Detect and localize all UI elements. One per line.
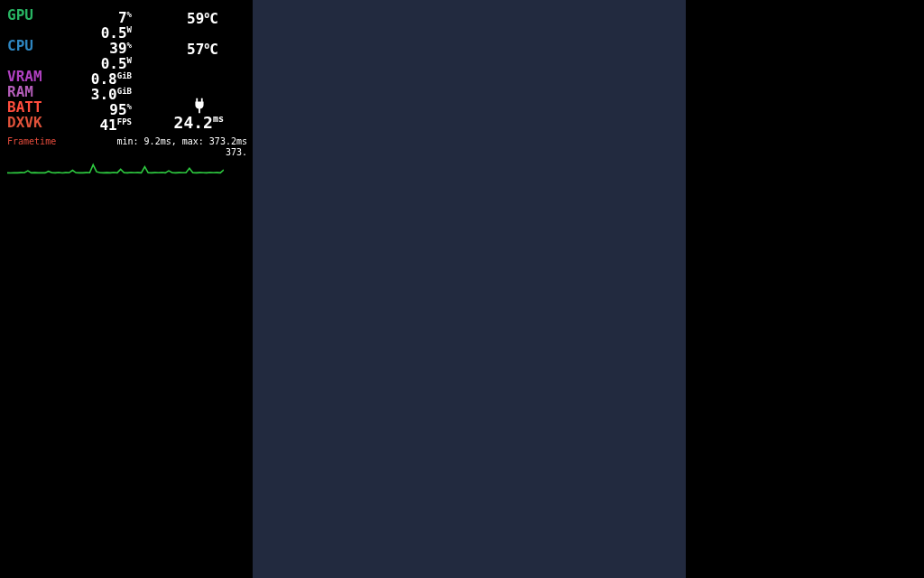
cpu-label: CPU xyxy=(7,38,61,53)
batt-unit: % xyxy=(127,102,132,111)
ram-label: RAM xyxy=(7,84,61,99)
dxvk-label: DXVK xyxy=(7,115,61,130)
dxvk-ms-unit: ms xyxy=(213,114,224,124)
frametime-max-label: 373. xyxy=(226,144,247,160)
frametime-max-row: 373. xyxy=(7,144,251,154)
dxvk-fps-unit: FPS xyxy=(117,117,132,126)
ram-unit: GiB xyxy=(117,87,132,96)
cpu-usage-unit: % xyxy=(127,41,132,50)
batt-label: BATT xyxy=(7,99,61,115)
dxvk-fps-value: 41 xyxy=(99,117,116,134)
cpu-power-row: 0.5W xyxy=(7,53,251,69)
dxvk-fps: 41FPS xyxy=(99,115,132,133)
gpu-label: GPU xyxy=(7,7,61,23)
app-content-panel xyxy=(253,0,686,578)
gpu-row: GPU 7% 59oC xyxy=(7,7,251,23)
cpu-row: CPU 39% 57oC xyxy=(7,38,251,53)
dxvk-ms: 24.2ms xyxy=(174,111,224,130)
gpu-power-row: 0.5W xyxy=(7,23,251,38)
vram-row: VRAM 0.8GiB xyxy=(7,69,251,84)
ram-row: RAM 3.0GiB xyxy=(7,84,251,99)
dxvk-row: DXVK 41FPS 24.2ms xyxy=(7,115,251,130)
gpu-usage-unit: % xyxy=(127,10,132,19)
performance-overlay: GPU 7% 59oC 0.5W CPU 39% 57oC 0.5W VRAM … xyxy=(7,7,251,174)
cpu-power-unit: W xyxy=(127,56,132,65)
vram-label: VRAM xyxy=(7,69,61,84)
frametime-header: Frametime min: 9.2ms, max: 373.2ms xyxy=(7,134,251,144)
frametime-graph xyxy=(7,154,224,174)
gpu-power-unit: W xyxy=(127,25,132,34)
dxvk-ms-value: 24.2 xyxy=(174,113,213,132)
vram-unit: GiB xyxy=(117,71,132,80)
